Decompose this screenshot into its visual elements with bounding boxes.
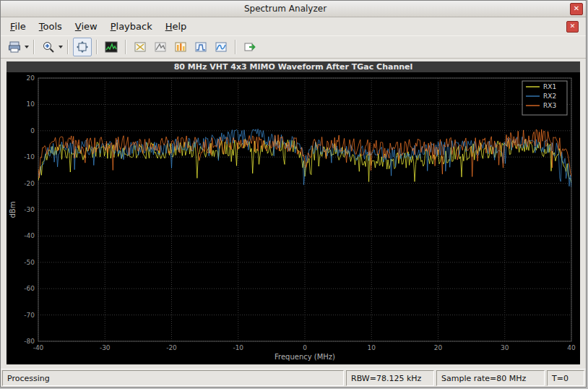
- menu-playback[interactable]: Playback: [104, 19, 159, 34]
- svg-text:-50: -50: [24, 259, 35, 266]
- svg-text:-20: -20: [166, 344, 177, 351]
- toolbar: [1, 35, 586, 59]
- spectral-mask-button[interactable]: [191, 38, 210, 56]
- scale-axes-button[interactable]: [73, 38, 92, 56]
- toolbar-separator: [33, 40, 35, 54]
- svg-text:-30: -30: [100, 344, 111, 351]
- print-export-icon: [8, 40, 21, 54]
- export-run-button[interactable]: [241, 38, 259, 56]
- menu-tools[interactable]: Tools: [33, 19, 69, 34]
- toolbar-separator: [96, 40, 98, 54]
- menu-help[interactable]: Help: [159, 19, 194, 34]
- print-export-button[interactable]: [5, 38, 24, 56]
- channel-measurements-button[interactable]: [212, 38, 230, 56]
- svg-text:10: 10: [27, 101, 35, 108]
- peak-finder-button[interactable]: [151, 38, 170, 56]
- toolbar-separator: [67, 40, 69, 54]
- window-close-button[interactable]: ✕: [570, 3, 583, 15]
- cursor-measurements-button[interactable]: [131, 38, 150, 56]
- svg-text:0: 0: [30, 127, 35, 134]
- svg-text:-10: -10: [24, 153, 35, 161]
- peak-finder-icon: [154, 40, 167, 54]
- svg-text:-60: -60: [24, 285, 35, 292]
- svg-text:-30: -30: [24, 206, 35, 213]
- window-title: Spectrum Analyzer: [1, 4, 570, 14]
- status-processing: Processing: [2, 370, 344, 386]
- svg-text:-10: -10: [233, 344, 243, 351]
- scale-axes-icon: [76, 40, 89, 54]
- zoom-dropdown-caret[interactable]: [59, 46, 63, 48]
- spectrum-plot-figure[interactable]: 80 MHz VHT 4x3 MIMO Waveform After TGac …: [7, 61, 580, 364]
- spectrum-chart-svg: 20100-10-20-30-40-50-60-70-80-40-30-20-1…: [7, 72, 580, 364]
- status-rbw: RBW=78.125 kHz: [346, 370, 434, 386]
- distortion-measurements-button[interactable]: [171, 38, 190, 56]
- spectrum-analyzer-window: Spectrum Analyzer ✕ File Tools View Play…: [0, 0, 587, 388]
- svg-text:-20: -20: [24, 180, 35, 187]
- toolbar-separator: [235, 40, 236, 54]
- export-button-group[interactable]: [5, 38, 29, 56]
- statusbar: Processing RBW=78.125 kHz Sample rate=80…: [1, 369, 586, 387]
- toolbar-separator: [125, 40, 126, 54]
- status-sample-rate: Sample rate=80 MHz: [436, 370, 545, 386]
- svg-text:-40: -40: [33, 344, 44, 351]
- svg-text:-70: -70: [24, 312, 35, 319]
- svg-text:Frequency (MHz): Frequency (MHz): [274, 353, 335, 361]
- menubar: File Tools View Playback Help ✕: [1, 17, 586, 35]
- svg-text:RX1: RX1: [543, 83, 556, 90]
- menu-view[interactable]: View: [69, 19, 104, 34]
- svg-text:30: 30: [501, 344, 509, 351]
- export-dropdown-caret[interactable]: [25, 46, 29, 48]
- zoom-in-button[interactable]: [39, 38, 58, 56]
- svg-text:20: 20: [27, 74, 35, 82]
- distortion-measurements-icon: [174, 40, 187, 54]
- spectrum-settings-button[interactable]: [102, 38, 121, 56]
- menu-file[interactable]: File: [4, 19, 33, 34]
- svg-text:0: 0: [303, 344, 307, 351]
- zoom-button-group[interactable]: [39, 38, 63, 56]
- cursor-measurements-icon: [134, 40, 147, 54]
- plot-canvas[interactable]: 20100-10-20-30-40-50-60-70-80-40-30-20-1…: [7, 72, 580, 364]
- export-run-icon: [243, 40, 256, 54]
- plot-title: 80 MHz VHT 4x3 MIMO Waveform After TGac …: [7, 61, 580, 72]
- svg-text:10: 10: [368, 344, 376, 351]
- svg-text:40: 40: [567, 344, 576, 351]
- spectrum-settings-icon: [105, 40, 118, 54]
- menu-close-button[interactable]: ✕: [566, 21, 579, 33]
- svg-text:RX2: RX2: [543, 93, 556, 100]
- zoom-in-icon: [42, 40, 55, 54]
- titlebar[interactable]: Spectrum Analyzer ✕: [1, 1, 586, 17]
- spectral-mask-icon: [194, 40, 207, 54]
- svg-text:dBm: dBm: [9, 202, 17, 218]
- svg-text:20: 20: [434, 344, 443, 351]
- channel-measurements-icon: [215, 40, 228, 54]
- svg-text:RX3: RX3: [543, 102, 556, 109]
- svg-text:-40: -40: [24, 232, 35, 239]
- status-time: T=0: [547, 370, 584, 386]
